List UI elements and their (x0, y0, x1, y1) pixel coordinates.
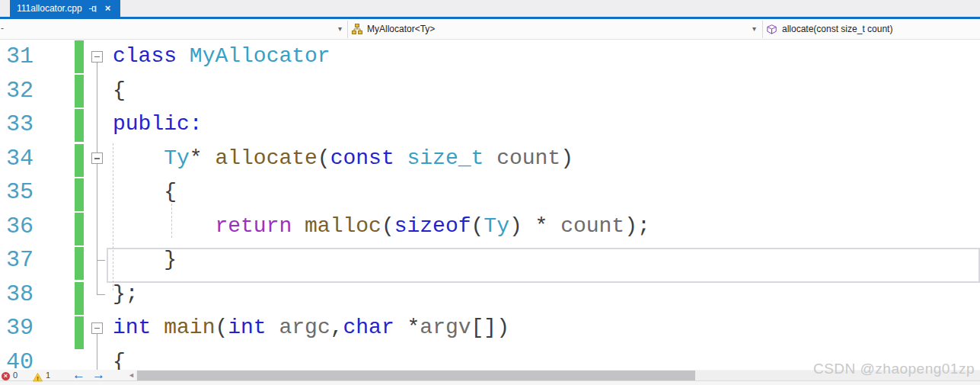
code-token: argc (279, 316, 330, 339)
collapse-toggle-icon[interactable] (91, 322, 103, 334)
code-line-31[interactable]: class MyAllocator (113, 40, 980, 74)
code-token: * (190, 146, 215, 170)
code-token: sizeof (394, 214, 471, 238)
warning-count: 1 (46, 371, 50, 380)
change-bar (75, 282, 84, 315)
line-number-38[interactable]: 38 (6, 278, 67, 312)
tab-title: 111allocator.cpp (17, 3, 82, 14)
code-token: }; (113, 282, 139, 306)
project-dropdown-fragment[interactable]: - (1, 23, 4, 34)
code-token: allocate (215, 146, 317, 170)
change-bar (75, 109, 84, 142)
change-bar-gutter (75, 40, 84, 384)
code-token: * (407, 316, 420, 339)
code-line-34[interactable]: Ty* allocate(const size_t count) (113, 142, 980, 176)
code-token: public (113, 112, 190, 136)
horizontal-scrollbar-thumb[interactable] (137, 371, 695, 380)
code-lines: class MyAllocator{public: Ty* allocate(c… (113, 40, 980, 379)
code-token: return (215, 214, 305, 238)
change-bar (75, 247, 84, 280)
vs-editor-window: 111allocator.cpp × - ▾ MyAllocator<Ty> ▾ (0, 0, 980, 385)
code-token: Ty (484, 214, 509, 238)
change-bar-cell (75, 178, 84, 213)
change-bar-cell (75, 282, 84, 316)
close-icon[interactable]: × (104, 4, 113, 13)
line-number-33[interactable]: 33 (6, 107, 67, 142)
code-token: argv (420, 316, 471, 339)
minus-glyph (94, 56, 100, 58)
code-token: ( (381, 214, 394, 238)
code-line-35[interactable]: { (113, 175, 980, 210)
minus-glyph (94, 328, 100, 329)
code-token: size_t (407, 146, 497, 170)
code-token: malloc (305, 214, 381, 238)
code-token: class (113, 44, 190, 68)
code-token: , (330, 316, 343, 339)
code-token: ( (318, 146, 330, 170)
line-number-39[interactable]: 39 (6, 311, 67, 345)
navigate-back-icon[interactable]: ← (72, 367, 85, 383)
line-number-gutter: 31323334353637383940 (6, 40, 67, 379)
change-bar (75, 316, 84, 349)
fold-cell (91, 278, 103, 312)
change-bar (75, 213, 84, 245)
pin-icon[interactable] (88, 4, 97, 13)
code-token: ( (215, 316, 228, 339)
line-number-36[interactable]: 36 (6, 210, 67, 244)
code-token: int (113, 316, 164, 339)
code-token: int (228, 316, 279, 339)
code-token: { (164, 180, 177, 204)
code-token: char (343, 316, 407, 339)
tab-111allocator[interactable]: 111allocator.cpp × (10, 0, 120, 17)
change-bar-cell (75, 40, 84, 75)
error-icon[interactable]: × (2, 372, 10, 380)
type-dropdown[interactable]: MyAllocator<Ty> (367, 24, 435, 34)
code-token: ) (509, 214, 535, 238)
line-number-37[interactable]: 37 (6, 243, 67, 278)
code-editor[interactable]: 31323334353637383940 class MyAllocator{p… (0, 40, 980, 370)
fold-cell (91, 311, 103, 345)
code-token: ); (624, 214, 650, 238)
code-token: count (496, 146, 560, 170)
fold-cell (91, 40, 103, 74)
change-bar-cell (75, 75, 84, 109)
chevron-down-icon[interactable]: ▾ (752, 25, 756, 33)
fold-cell (91, 175, 103, 210)
code-token: main (164, 316, 215, 339)
change-bar-cell (75, 316, 84, 351)
code-line-32[interactable]: { (113, 74, 980, 108)
code-line-38[interactable]: }; (113, 278, 980, 312)
code-token: } (164, 248, 177, 271)
code-line-36[interactable]: return malloc(sizeof(Ty) * count); (113, 210, 980, 244)
line-number-34[interactable]: 34 (6, 142, 67, 176)
collapse-toggle-icon[interactable] (91, 51, 103, 63)
scroll-left-icon[interactable]: ◄ (128, 371, 135, 379)
method-icon (767, 24, 777, 37)
warning-icon[interactable]: ! (33, 371, 43, 385)
code-token: { (113, 79, 126, 102)
change-bar (75, 75, 84, 107)
fold-cell (91, 210, 103, 244)
code-token: []) (471, 316, 509, 339)
code-line-39[interactable]: int main(int argc,char *argv[]) (113, 311, 980, 345)
code-token: MyAllocator (190, 44, 330, 68)
line-number-35[interactable]: 35 (6, 175, 67, 210)
code-token: count (560, 214, 624, 238)
tab-bar (0, 0, 980, 17)
chevron-down-icon[interactable]: ▾ (338, 25, 342, 33)
code-line-37[interactable]: } (113, 243, 980, 278)
line-number-31[interactable]: 31 (6, 40, 67, 74)
code-line-33[interactable]: public: (113, 107, 980, 142)
code-token: Ty (164, 146, 190, 170)
fold-cell (91, 243, 103, 278)
collapse-toggle-icon[interactable] (91, 152, 103, 164)
code-token: * (535, 214, 561, 238)
watermark: CSDN @zhaopeng01zp (813, 361, 975, 377)
navigate-forward-icon[interactable]: → (92, 367, 105, 383)
member-dropdown[interactable]: allocate(const size_t count) (782, 24, 892, 34)
change-bar-cell (75, 213, 84, 247)
class-icon (352, 24, 362, 37)
code-token: ) (560, 146, 573, 170)
nav-separator (762, 21, 763, 38)
line-number-32[interactable]: 32 (6, 74, 67, 108)
